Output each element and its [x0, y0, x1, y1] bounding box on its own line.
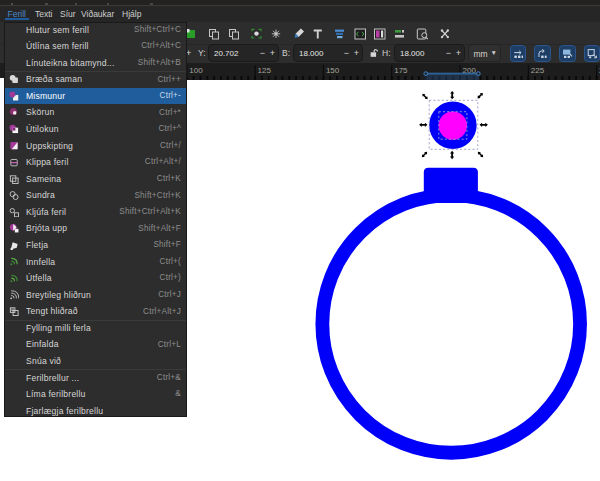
svg-text:150: 150	[326, 66, 340, 75]
svg-text:225: 225	[531, 66, 545, 75]
svg-text:125: 125	[258, 66, 272, 75]
svg-text:100: 100	[189, 66, 203, 75]
svg-text:175: 175	[394, 66, 408, 75]
